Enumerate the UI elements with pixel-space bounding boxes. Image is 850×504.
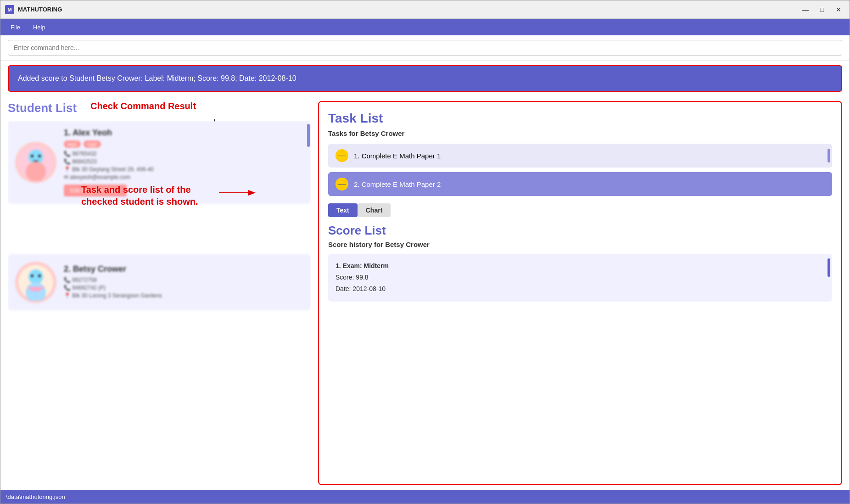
annotation-task-score: Task and score list of thechecked studen…: [81, 184, 198, 207]
task-panel: Task List Tasks for Betsy Crower — 1. Co…: [318, 101, 842, 485]
score-list-title: Score List: [328, 224, 832, 238]
app-window: M MATHUTORING — □ ✕ File Help Added scor…: [0, 0, 850, 504]
score-date: Date: 2012-08-10: [336, 285, 386, 292]
menu-file[interactable]: File: [5, 22, 26, 33]
student-panel: Student List Check Command Result: [8, 101, 311, 485]
tag-2: tag2: [84, 140, 101, 148]
svg-point-13: [38, 274, 41, 277]
student-tags-1: tag1 tag2: [64, 140, 303, 148]
student-list-scroll: 1. Alex Yeoh tag1 tag2 📞 98765432 📞 8684…: [8, 121, 311, 482]
student-phone2-2: 📞 94692742 (P): [64, 285, 303, 291]
result-text: Added score to Student Betsy Crower: Lab…: [18, 74, 296, 82]
window-controls: — □ ✕: [799, 5, 845, 15]
task-text-2: 2. Complete E Math Paper 2: [354, 180, 825, 188]
task-item-2[interactable]: — 2. Complete E Math Paper 2: [328, 172, 832, 196]
task-icon-symbol-2: —: [338, 180, 346, 188]
result-banner: Added score to Student Betsy Crower: Lab…: [8, 65, 842, 92]
student-email-1: ✉ alexyeoh@example.com: [64, 174, 303, 180]
score-scrollbar[interactable]: [828, 258, 830, 277]
student-phone2-1: 📞 86842523: [64, 158, 303, 165]
status-bar: \data\mathutoring.json: [0, 490, 850, 504]
task-scrollbar-1[interactable]: [828, 149, 830, 162]
svg-point-12: [31, 274, 34, 277]
task-text-1: 1. Complete E Math Paper 1: [354, 152, 825, 160]
app-title: MATHUTORING: [18, 6, 799, 13]
main-content: Student List Check Command Result: [0, 96, 850, 490]
task-item-1[interactable]: — 1. Complete E Math Paper 1: [328, 144, 832, 168]
maximize-button[interactable]: □: [816, 5, 828, 15]
svg-point-6: [38, 155, 41, 157]
task-for-student: Tasks for Betsy Crower: [328, 129, 832, 137]
task-list-title: Task List: [328, 111, 832, 126]
tag-1: tag1: [64, 140, 81, 148]
student-name-1: 1. Alex Yeoh: [64, 128, 303, 138]
close-button[interactable]: ✕: [832, 5, 845, 15]
student-card-2: 2. Betsy Crower 📞 99272758 📞 94692742 (P…: [8, 254, 311, 310]
student-phone1-2: 📞 99272758: [64, 277, 303, 283]
minimize-button[interactable]: —: [799, 5, 812, 15]
task-icon-1: —: [336, 149, 348, 162]
svg-point-10: [28, 269, 43, 284]
status-text: \data\mathutoring.json: [6, 493, 65, 500]
avatar-2: [15, 262, 56, 303]
tab-text[interactable]: Text: [328, 203, 358, 217]
left-panel-scrollbar[interactable]: [307, 124, 310, 147]
score-history-label: Score history for Betsy Crower: [328, 241, 832, 248]
student-info-2: 2. Betsy Crower 📞 99272758 📞 94692742 (P…: [64, 264, 303, 300]
student-phone1-1: 📞 98765432: [64, 151, 303, 157]
student-address-2: 📍 Blk 30 Lorong 3 Serangoon Gardens: [64, 292, 303, 299]
svg-point-4: [26, 162, 46, 181]
avatar-1: [15, 142, 56, 183]
command-input[interactable]: [8, 40, 842, 56]
command-area: [0, 35, 850, 61]
app-icon: M: [5, 5, 14, 14]
annotation-check-command: Check Command Result: [90, 101, 196, 112]
score-value: Score: 99.8: [336, 274, 369, 281]
student-name-2: 2. Betsy Crower: [64, 264, 303, 274]
menu-bar: File Help: [0, 19, 850, 35]
score-tabs: Text Chart: [328, 203, 832, 217]
task-icon-symbol-1: —: [338, 151, 346, 160]
svg-point-5: [31, 155, 34, 157]
title-bar: M MATHUTORING — □ ✕: [0, 0, 850, 19]
task-icon-2: —: [336, 178, 348, 190]
score-entry-1: 1. Exam: Midterm Score: 99.8 Date: 2012-…: [336, 260, 825, 295]
menu-help[interactable]: Help: [28, 22, 51, 33]
student-address-1: 📍 Blk 30 Geylang Street 29, #06-40: [64, 166, 303, 173]
tab-chart[interactable]: Chart: [358, 203, 391, 217]
score-content: 1. Exam: Midterm Score: 99.8 Date: 2012-…: [328, 254, 832, 302]
score-number: 1. Exam: Midterm: [336, 262, 389, 269]
svg-marker-8: [248, 190, 256, 196]
